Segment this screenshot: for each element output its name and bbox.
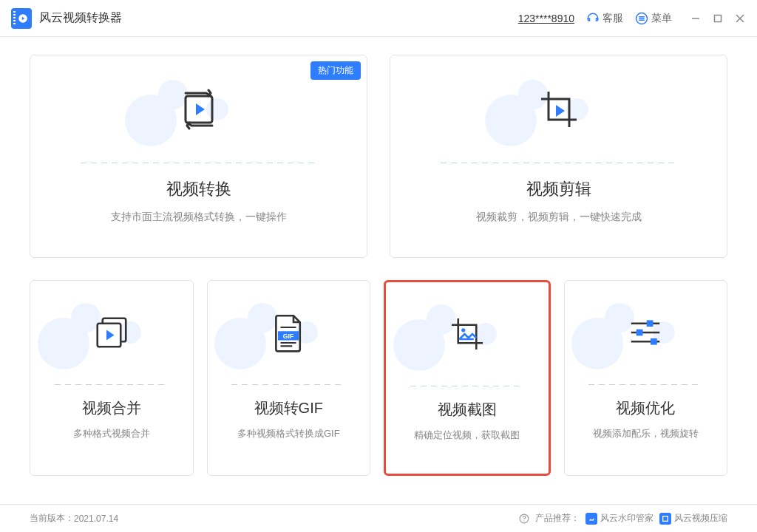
footer: 当前版本： 2021.07.14 产品推荐： 风云水印管家 风云视频压缩 — [0, 504, 757, 532]
svg-rect-23 — [651, 338, 657, 345]
svg-point-25 — [523, 520, 524, 521]
close-icon — [736, 14, 744, 23]
user-id[interactable]: 123****8910 — [518, 13, 574, 24]
svg-rect-26 — [663, 516, 668, 521]
svg-rect-22 — [637, 330, 643, 336]
help-icon[interactable] — [519, 514, 529, 524]
menu-button[interactable]: 菜单 — [635, 12, 672, 25]
menu-icon — [635, 12, 648, 25]
card-title: 视频转GIF — [254, 398, 323, 418]
divider — [410, 386, 524, 386]
card-video-screenshot[interactable]: 视频截图 精确定位视频，获取截图 — [384, 280, 551, 476]
menu-label: 菜单 — [651, 12, 672, 25]
card-desc: 精确定位视频，获取截图 — [414, 429, 520, 442]
divider — [81, 163, 316, 163]
svg-text:GIF: GIF — [283, 332, 294, 340]
divider — [588, 384, 702, 385]
gif-file-icon: GIF — [268, 312, 309, 353]
titlebar: 风云视频转换器 123****8910 客服 菜单 — [0, 0, 757, 37]
main-content: 热门功能 视频转换 支持市面主流视频格式转换，一键操作 — [0, 37, 757, 494]
maximize-button[interactable] — [712, 13, 724, 24]
app-title: 风云视频转换器 — [39, 10, 122, 26]
headset-icon — [586, 12, 600, 25]
version-label: 当前版本： — [30, 512, 74, 525]
recommend-watermark[interactable]: 风云水印管家 — [585, 512, 654, 525]
card-desc: 视频添加配乐，视频旋转 — [593, 427, 699, 440]
maximize-icon — [713, 14, 722, 23]
card-title: 视频剪辑 — [526, 178, 591, 200]
svg-rect-6 — [715, 15, 722, 21]
card-title: 视频截图 — [438, 400, 497, 420]
recommend-label: 产品推荐： — [535, 512, 580, 525]
svg-rect-21 — [647, 320, 654, 327]
card-video-edit[interactable]: 视频剪辑 视频裁剪，视频剪辑，一键快速完成 — [390, 55, 727, 258]
compress-app-icon — [659, 513, 671, 525]
support-button[interactable]: 客服 — [586, 12, 623, 25]
card-desc: 视频裁剪，视频剪辑，一键快速完成 — [476, 211, 642, 224]
svg-point-17 — [461, 328, 465, 332]
card-video-optimize[interactable]: 视频优化 视频添加配乐，视频旋转 — [564, 280, 728, 476]
screenshot-icon — [447, 313, 488, 355]
card-desc: 支持市面主流视频格式转换，一键操作 — [111, 211, 287, 224]
divider — [231, 384, 345, 385]
divider — [441, 163, 676, 163]
card-desc: 多种视频格式转换成GIF — [237, 427, 340, 440]
version-value: 2021.07.14 — [74, 514, 118, 524]
recommend-compress[interactable]: 风云视频压缩 — [659, 512, 727, 525]
app-logo-icon — [11, 8, 32, 29]
close-button[interactable] — [734, 13, 746, 24]
minimize-icon — [691, 14, 700, 23]
card-video-merge[interactable]: 视频合并 多种格式视频合并 — [30, 280, 194, 476]
card-title: 视频转换 — [166, 178, 231, 200]
card-desc: 多种格式视频合并 — [73, 427, 150, 440]
minimize-button[interactable] — [690, 13, 702, 24]
support-label: 客服 — [602, 12, 623, 25]
card-video-convert[interactable]: 热门功能 视频转换 支持市面主流视频格式转换，一键操作 — [30, 55, 367, 258]
card-video-gif[interactable]: GIF 视频转GIF 多种视频格式转换成GIF — [207, 280, 371, 476]
card-title: 视频合并 — [82, 398, 141, 418]
watermark-app-icon — [585, 513, 597, 525]
card-title: 视频优化 — [616, 398, 675, 418]
crop-icon — [535, 86, 583, 133]
convert-icon — [175, 86, 223, 133]
merge-icon — [91, 312, 132, 353]
sliders-icon — [625, 312, 666, 353]
divider — [55, 384, 169, 385]
